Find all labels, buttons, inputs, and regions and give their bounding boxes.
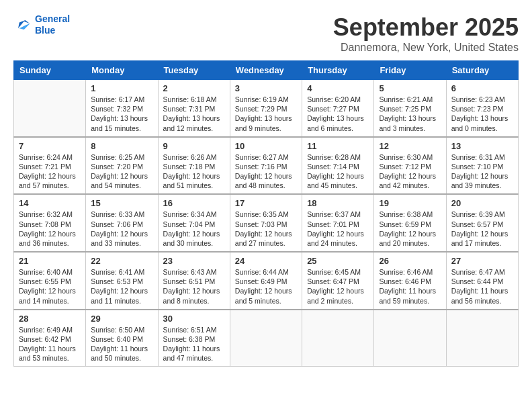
cell-info-line: Daylight: 12 hours bbox=[235, 171, 297, 181]
cell-info-line: Daylight: 12 hours bbox=[451, 229, 513, 238]
cell-info-line: Sunset: 7:14 PM bbox=[307, 162, 369, 171]
logo-line2: Blue bbox=[35, 25, 55, 36]
calendar-cell: 30Sunrise: 6:51 AMSunset: 6:38 PMDayligh… bbox=[158, 310, 230, 367]
calendar-cell: 4Sunrise: 6:20 AMSunset: 7:27 PMDaylight… bbox=[302, 80, 374, 137]
cell-info-line: Daylight: 12 hours bbox=[307, 171, 369, 181]
cell-info-line: Sunset: 7:23 PM bbox=[451, 104, 513, 113]
cell-info-line: and 50 minutes. bbox=[91, 353, 152, 363]
cell-info-line: Daylight: 12 hours bbox=[235, 229, 297, 238]
calendar-week-row: 28Sunrise: 6:49 AMSunset: 6:42 PMDayligh… bbox=[14, 310, 519, 367]
cell-info-line: Daylight: 12 hours bbox=[91, 286, 152, 295]
cell-info-line: Sunrise: 6:33 AM bbox=[91, 210, 152, 219]
cell-info-line: Daylight: 11 hours bbox=[451, 286, 513, 295]
cell-info-line: Daylight: 12 hours bbox=[307, 286, 369, 295]
cell-info-line: Daylight: 13 hours bbox=[163, 113, 225, 123]
cell-info-line: Daylight: 12 hours bbox=[451, 171, 513, 181]
cell-info-line: and 24 minutes. bbox=[307, 238, 369, 248]
calendar-cell: 10Sunrise: 6:27 AMSunset: 7:16 PMDayligh… bbox=[230, 137, 302, 195]
cell-info-line: and 54 minutes. bbox=[91, 181, 152, 190]
day-number: 18 bbox=[307, 198, 369, 208]
day-number: 30 bbox=[163, 314, 225, 324]
cell-info-line: Sunrise: 6:40 AM bbox=[19, 267, 81, 277]
cell-info-line: Sunset: 6:57 PM bbox=[451, 220, 513, 229]
cell-info-line: Daylight: 13 hours bbox=[451, 113, 513, 123]
logo-text: General Blue bbox=[35, 13, 70, 36]
calendar-cell: 28Sunrise: 6:49 AMSunset: 6:42 PMDayligh… bbox=[14, 310, 86, 367]
day-number: 6 bbox=[451, 83, 513, 93]
cell-info-line: Sunrise: 6:50 AM bbox=[91, 325, 152, 334]
calendar-table: SundayMondayTuesdayWednesdayThursdayFrid… bbox=[13, 60, 519, 367]
calendar-cell bbox=[14, 80, 86, 137]
calendar-cell: 21Sunrise: 6:40 AMSunset: 6:55 PMDayligh… bbox=[14, 252, 86, 310]
calendar-week-row: 1Sunrise: 6:17 AMSunset: 7:32 PMDaylight… bbox=[14, 80, 519, 137]
cell-info-line: Sunrise: 6:32 AM bbox=[19, 210, 81, 219]
calendar-cell: 15Sunrise: 6:33 AMSunset: 7:06 PMDayligh… bbox=[86, 194, 158, 252]
cell-info-line: Sunrise: 6:37 AM bbox=[307, 210, 369, 219]
cell-info-line: Sunset: 7:32 PM bbox=[91, 104, 152, 113]
day-number: 25 bbox=[307, 256, 369, 266]
cell-info-line: Sunset: 7:04 PM bbox=[163, 220, 225, 229]
cell-info-line: Sunrise: 6:24 AM bbox=[19, 152, 81, 162]
cell-info-line: and 9 minutes. bbox=[235, 124, 297, 133]
calendar-cell: 7Sunrise: 6:24 AMSunset: 7:21 PMDaylight… bbox=[14, 137, 86, 195]
cell-info-line: Daylight: 13 hours bbox=[379, 113, 441, 123]
day-number: 15 bbox=[91, 198, 152, 208]
day-number: 19 bbox=[379, 198, 441, 208]
location-title: Dannemora, New York, United States bbox=[333, 42, 519, 54]
cell-info-line: Sunset: 6:40 PM bbox=[91, 334, 152, 344]
cell-info-line: and 39 minutes. bbox=[451, 181, 513, 190]
cell-info-line: Sunrise: 6:35 AM bbox=[235, 210, 297, 219]
cell-info-line: Daylight: 11 hours bbox=[163, 344, 225, 353]
day-number: 2 bbox=[163, 83, 225, 93]
cell-info-line: Sunset: 6:44 PM bbox=[451, 277, 513, 286]
cell-info-line: Sunset: 7:25 PM bbox=[379, 104, 441, 113]
cell-info-line: Sunrise: 6:34 AM bbox=[163, 210, 225, 219]
calendar-cell: 22Sunrise: 6:41 AMSunset: 6:53 PMDayligh… bbox=[86, 252, 158, 310]
calendar-cell: 19Sunrise: 6:38 AMSunset: 6:59 PMDayligh… bbox=[374, 194, 446, 252]
cell-info-line: Sunset: 7:12 PM bbox=[379, 162, 441, 171]
day-number: 27 bbox=[451, 256, 513, 266]
cell-info-line: Sunset: 7:18 PM bbox=[163, 162, 225, 171]
cell-info-line: Daylight: 11 hours bbox=[91, 344, 152, 353]
cell-info-line: and 45 minutes. bbox=[307, 181, 369, 190]
day-number: 9 bbox=[163, 141, 225, 151]
cell-info-line: and 36 minutes. bbox=[19, 238, 81, 248]
day-number: 22 bbox=[91, 256, 152, 266]
cell-info-line: and 3 minutes. bbox=[379, 124, 441, 133]
calendar-cell: 20Sunrise: 6:39 AMSunset: 6:57 PMDayligh… bbox=[446, 194, 518, 252]
cell-info-line: Daylight: 12 hours bbox=[379, 229, 441, 238]
page-header: General Blue September 2025 Dannemora, N… bbox=[13, 13, 519, 54]
calendar-cell: 1Sunrise: 6:17 AMSunset: 7:32 PMDaylight… bbox=[86, 80, 158, 137]
cell-info-line: and 57 minutes. bbox=[19, 181, 81, 190]
cell-info-line: and 59 minutes. bbox=[379, 296, 441, 306]
day-number: 26 bbox=[379, 256, 441, 266]
cell-info-line: Sunrise: 6:38 AM bbox=[379, 210, 441, 219]
calendar-week-row: 7Sunrise: 6:24 AMSunset: 7:21 PMDaylight… bbox=[14, 137, 519, 195]
cell-info-line: Sunrise: 6:26 AM bbox=[163, 152, 225, 162]
calendar-cell: 12Sunrise: 6:30 AMSunset: 7:12 PMDayligh… bbox=[374, 137, 446, 195]
cell-info-line: Sunset: 7:21 PM bbox=[19, 162, 81, 171]
cell-info-line: Daylight: 12 hours bbox=[163, 229, 225, 238]
cell-info-line: Sunset: 7:08 PM bbox=[19, 220, 81, 229]
cell-info-line: Sunrise: 6:20 AM bbox=[307, 95, 369, 104]
cell-info-line: Sunset: 7:20 PM bbox=[91, 162, 152, 171]
calendar-cell: 17Sunrise: 6:35 AMSunset: 7:03 PMDayligh… bbox=[230, 194, 302, 252]
day-number: 29 bbox=[91, 314, 152, 324]
cell-info-line: Sunset: 6:38 PM bbox=[163, 334, 225, 344]
cell-info-line: and 20 minutes. bbox=[379, 238, 441, 248]
cell-info-line: Daylight: 12 hours bbox=[379, 171, 441, 181]
calendar-cell: 5Sunrise: 6:21 AMSunset: 7:25 PMDaylight… bbox=[374, 80, 446, 137]
cell-info-line: and 6 minutes. bbox=[307, 124, 369, 133]
calendar-cell: 24Sunrise: 6:44 AMSunset: 6:49 PMDayligh… bbox=[230, 252, 302, 310]
cell-info-line: Sunrise: 6:17 AM bbox=[91, 95, 152, 104]
day-number: 3 bbox=[235, 83, 297, 93]
weekday-header-monday: Monday bbox=[86, 61, 158, 80]
day-number: 21 bbox=[19, 256, 81, 266]
cell-info-line: and 42 minutes. bbox=[379, 181, 441, 190]
cell-info-line: Daylight: 11 hours bbox=[19, 344, 81, 353]
cell-info-line: Sunrise: 6:45 AM bbox=[307, 267, 369, 277]
month-title: September 2025 bbox=[333, 13, 519, 42]
calendar-cell: 18Sunrise: 6:37 AMSunset: 7:01 PMDayligh… bbox=[302, 194, 374, 252]
day-number: 13 bbox=[451, 141, 513, 151]
cell-info-line: Daylight: 12 hours bbox=[163, 286, 225, 295]
